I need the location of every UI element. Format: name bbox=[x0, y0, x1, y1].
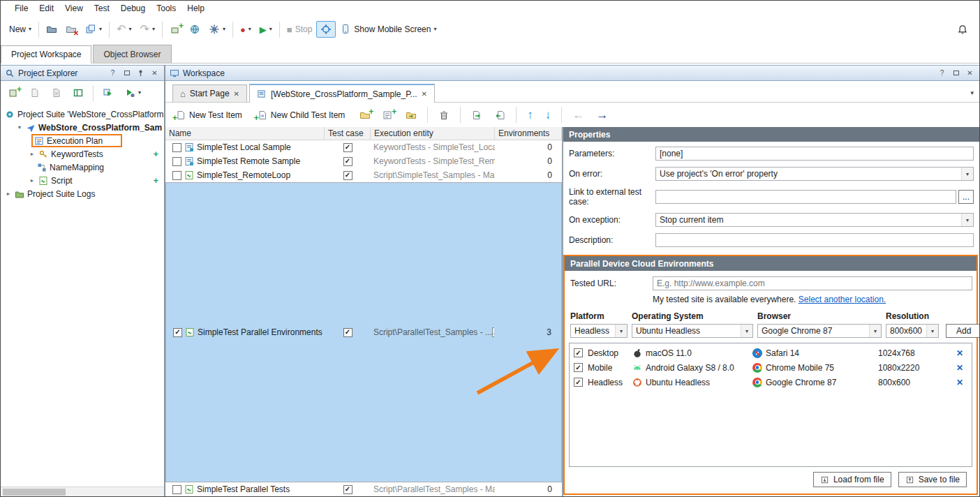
test-item-row-selected[interactable]: ✓ SimpleTest Parallel Environments ✓ Scr… bbox=[165, 182, 562, 482]
chevron-down-icon[interactable]: ▾ bbox=[961, 214, 973, 226]
row-checkbox[interactable] bbox=[172, 157, 181, 166]
menu-help[interactable]: Help bbox=[181, 2, 210, 15]
column-header-environments[interactable]: Environments bbox=[495, 127, 562, 140]
add-keyword-test-button[interactable]: + bbox=[153, 149, 158, 159]
redo-button[interactable]: ↷ ▾ bbox=[135, 21, 158, 38]
show-mobile-target-button[interactable] bbox=[316, 21, 336, 38]
move-up-button[interactable]: ↑ bbox=[523, 106, 537, 124]
row-checkbox[interactable] bbox=[172, 485, 181, 494]
expander-closed-icon[interactable]: ► bbox=[5, 191, 12, 196]
save-to-file-button[interactable]: Save to file bbox=[898, 472, 967, 487]
increase-indent-button[interactable]: → bbox=[592, 106, 612, 124]
parameters-input[interactable] bbox=[655, 147, 974, 161]
undo-button[interactable]: ↶ ▾ bbox=[112, 21, 135, 38]
tree-item-project[interactable]: ▼ WebStore_CrossPlatform_Sam bbox=[1, 121, 164, 134]
menu-tools[interactable]: Tools bbox=[151, 2, 181, 15]
close-tab-icon[interactable]: ✕ bbox=[422, 90, 427, 98]
run-project-button[interactable] bbox=[98, 84, 118, 101]
environment-checkbox[interactable]: ✓ bbox=[574, 348, 583, 357]
menu-file[interactable]: File bbox=[9, 2, 34, 15]
test-item-row[interactable]: SimpleTest Local Sample ✓ KeywordTests -… bbox=[165, 140, 562, 154]
new-child-test-item-button[interactable]: + New Child Test Item bbox=[253, 107, 352, 124]
on-exception-select[interactable]: Stop current item ▾ bbox=[655, 213, 974, 227]
close-file-button[interactable]: ✕ bbox=[61, 21, 81, 38]
expander-closed-icon[interactable]: ► bbox=[29, 151, 36, 156]
tree-item-project-suite-logs[interactable]: ► Project Suite Logs bbox=[1, 187, 164, 200]
menu-edit[interactable]: Edit bbox=[34, 2, 59, 15]
menu-view[interactable]: View bbox=[59, 2, 89, 15]
tested-url-input[interactable] bbox=[653, 276, 972, 290]
column-header-test-case[interactable]: Test case bbox=[325, 127, 371, 140]
import-items-button[interactable] bbox=[490, 107, 510, 124]
on-error-select[interactable]: Use project's 'On error' property ▾ bbox=[655, 167, 974, 181]
remove-environment-icon[interactable]: ✕ bbox=[956, 363, 963, 373]
test-case-checkbox[interactable]: ✓ bbox=[343, 171, 352, 180]
help-button[interactable]: ? bbox=[937, 68, 947, 78]
load-from-file-button[interactable]: Load from file bbox=[813, 472, 891, 487]
help-button[interactable]: ? bbox=[107, 68, 118, 78]
add-environment-button[interactable]: Add bbox=[946, 324, 980, 338]
run-button[interactable]: ▶ ▾ bbox=[255, 22, 276, 37]
remove-environment-icon[interactable]: ✕ bbox=[956, 378, 963, 387]
test-case-checkbox[interactable]: ✓ bbox=[343, 328, 352, 337]
execution-plan-selected-box[interactable]: Execution Plan bbox=[31, 134, 122, 147]
platform-select[interactable]: Headless▾ bbox=[570, 324, 628, 338]
run-project-advanced-button[interactable]: ▾ bbox=[120, 84, 145, 101]
move-down-button[interactable]: ↓ bbox=[541, 106, 556, 124]
environment-row[interactable]: ✓ Headless Ubuntu Headless Google Chrome… bbox=[570, 375, 972, 390]
menu-debug[interactable]: Debug bbox=[115, 2, 151, 15]
web-audits-button[interactable] bbox=[185, 21, 205, 38]
row-checkbox[interactable] bbox=[172, 171, 181, 180]
delete-item-button[interactable] bbox=[434, 107, 454, 124]
export-items-button[interactable] bbox=[467, 107, 487, 124]
new-test-item-button[interactable]: + New Test Item bbox=[171, 107, 249, 124]
horizontal-scrollbar[interactable] bbox=[1, 487, 164, 496]
environment-row[interactable]: ✓ Desktop macOS 11.0 Safari 14 bbox=[570, 346, 972, 360]
close-panel-button[interactable]: ✕ bbox=[965, 68, 975, 78]
tree-item-script[interactable]: ► Script + bbox=[1, 174, 164, 187]
chevron-down-icon[interactable]: ▾ bbox=[741, 325, 752, 337]
tree-item-execution-plan[interactable]: Execution Plan bbox=[1, 134, 164, 147]
test-case-checkbox[interactable]: ✓ bbox=[343, 143, 352, 152]
chevron-down-icon[interactable]: ▾ bbox=[615, 325, 627, 337]
tab-object-browser[interactable]: Object Browser bbox=[93, 45, 171, 63]
column-header-name[interactable]: Name bbox=[165, 127, 325, 140]
test-case-checkbox[interactable]: ✓ bbox=[343, 485, 352, 494]
expander-open-icon[interactable]: ▼ bbox=[16, 125, 23, 130]
expander-closed-icon[interactable]: ► bbox=[29, 178, 36, 183]
add-script-button[interactable]: + bbox=[153, 175, 158, 186]
new-group-from-selected-button[interactable]: + bbox=[378, 107, 398, 124]
test-item-row[interactable]: SimpleTest_RemoteLoop ✓ Script\SimpleTes… bbox=[165, 168, 562, 182]
close-panel-button[interactable]: ✕ bbox=[149, 68, 160, 78]
resolution-select[interactable]: 800x600▾ bbox=[886, 324, 939, 338]
tab-list-dropdown-icon[interactable]: ▾ bbox=[970, 89, 974, 96]
pin-button[interactable] bbox=[135, 68, 146, 78]
os-select[interactable]: Ubuntu Headless▾ bbox=[632, 324, 753, 338]
float-button[interactable] bbox=[121, 68, 132, 78]
record-button[interactable]: ● ▾ bbox=[236, 22, 255, 37]
browser-select[interactable]: Google Chrome 87▾ bbox=[757, 324, 882, 338]
tree-item-keyword-tests[interactable]: ► KeywordTests + bbox=[1, 147, 164, 161]
test-item-row[interactable]: SimpleTest Parallel Tests ✓ Script\Paral… bbox=[165, 482, 562, 496]
chevron-down-icon[interactable]: ▾ bbox=[961, 168, 973, 180]
description-input[interactable] bbox=[655, 233, 974, 247]
save-all-button[interactable]: ▾ bbox=[81, 21, 106, 38]
environment-checkbox[interactable]: ✓ bbox=[574, 363, 583, 372]
new-group-button[interactable]: + bbox=[355, 107, 375, 124]
move-into-group-button[interactable] bbox=[401, 107, 421, 124]
notifications-bell-icon[interactable] bbox=[957, 24, 968, 35]
add-new-item-button[interactable]: + bbox=[3, 84, 23, 101]
close-tab-icon[interactable]: ✕ bbox=[234, 90, 239, 98]
menu-test[interactable]: Test bbox=[89, 2, 115, 15]
tree-item-project-suite[interactable]: Project Suite 'WebStore_CrossPlatform... bbox=[1, 107, 164, 121]
select-location-link[interactable]: Select another location. bbox=[799, 295, 886, 304]
column-header-execution-entity[interactable]: Execution entity bbox=[371, 127, 495, 140]
tree-item-name-mapping[interactable]: NameMapping bbox=[1, 161, 164, 174]
link-test-case-input[interactable] bbox=[655, 190, 956, 204]
remove-environment-icon[interactable]: ✕ bbox=[956, 348, 963, 358]
row-checkbox[interactable] bbox=[172, 143, 181, 152]
tab-project-workspace[interactable]: Project Workspace bbox=[1, 45, 91, 64]
show-mobile-screen-button[interactable]: Show Mobile Screen ▾ bbox=[336, 21, 440, 38]
tab-execution-plan-editor[interactable]: [WebStore_CrossPlatform_Sample_P... ✕ bbox=[249, 84, 435, 103]
test-item-row[interactable]: SimpleTest Remote Sample ✓ KeywordTests … bbox=[165, 154, 562, 168]
